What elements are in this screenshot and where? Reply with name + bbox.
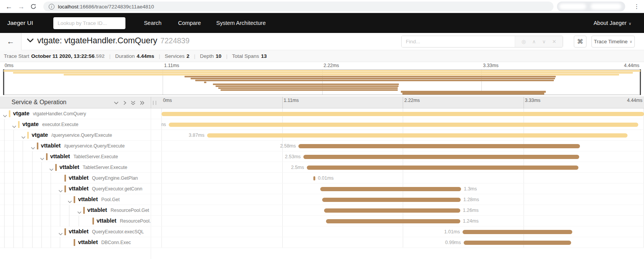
tree-indent-guide <box>13 151 14 162</box>
span-duration-bar[interactable] <box>326 219 460 223</box>
next-match-icon[interactable]: ∨ <box>542 39 546 44</box>
blur-blob <box>559 3 586 10</box>
span-tree-row[interactable]: vtgatevtgateHandler.ComQuery <box>0 108 151 119</box>
keyboard-shortcuts-button[interactable]: ⌘ <box>574 36 586 48</box>
service-color-bar <box>92 218 94 225</box>
span-tree-row[interactable]: vttabletQueryExecutor.getConn <box>0 184 151 194</box>
nav-item-system-architecture[interactable]: System Architecture <box>216 20 266 26</box>
span-duration-label: 1.26ms <box>463 208 479 213</box>
span-duration-bar[interactable] <box>303 155 580 159</box>
span-tree-row[interactable]: vttabletDBConn.Exec <box>0 237 151 248</box>
tree-indent-guide <box>23 226 23 237</box>
back-button[interactable]: ← <box>0 33 21 50</box>
span-duration-bar[interactable] <box>313 176 315 180</box>
about-jaeger-menu[interactable]: About Jaeger∨ <box>593 20 631 26</box>
minimap-left-handle[interactable] <box>3 69 4 95</box>
tree-indent-guide <box>4 237 5 248</box>
chevron-down-icon[interactable] <box>21 134 26 141</box>
tree-indent-guide <box>60 216 60 226</box>
tree-indent-guide <box>4 184 5 194</box>
tree-indent-guide <box>13 237 14 248</box>
span-duration-bar[interactable] <box>324 208 460 213</box>
trace-id-lookup-input[interactable] <box>53 17 125 29</box>
blurred-profile-area <box>557 2 625 11</box>
clear-find-icon[interactable]: ✕ <box>552 39 557 44</box>
span-operation-name: DBConn.Exec <box>101 240 131 245</box>
chevron-down-icon[interactable] <box>40 155 44 162</box>
total-spans-label: Total Spans <box>232 53 259 59</box>
span-duration-bar[interactable] <box>307 166 578 170</box>
service-color-bar <box>46 153 48 160</box>
tree-indent-guide <box>41 194 42 205</box>
browser-back-icon[interactable]: ← <box>3 0 15 13</box>
span-tree-row[interactable]: vttabletResourcePool.Get <box>0 205 151 216</box>
tree-indent-guide <box>13 162 14 173</box>
span-timeline-cell: 2.5ms <box>161 162 644 173</box>
service-color-bar <box>64 175 66 182</box>
tree-indent-guide <box>23 162 23 173</box>
expand-one-icon[interactable] <box>123 100 127 105</box>
minimap-right-handle[interactable] <box>640 69 641 95</box>
span-duration-label: 2.58ms <box>280 143 296 149</box>
span-duration-bar[interactable] <box>207 133 628 138</box>
column-resizer-handle[interactable] <box>153 101 156 105</box>
tree-indent-guide <box>13 216 14 226</box>
browser-forward-icon[interactable]: → <box>15 0 27 13</box>
tree-indent-guide <box>4 151 5 162</box>
chevron-down-icon[interactable] <box>49 166 54 173</box>
span-timeline-cell: 4.44ms <box>161 108 644 119</box>
browser-menu-icon[interactable]: ⋮ <box>631 0 642 13</box>
span-tree-row[interactable]: vttabletTabletServer.Execute <box>0 162 151 173</box>
span-duration-bar[interactable] <box>322 198 461 202</box>
chevron-down-icon[interactable] <box>3 112 7 119</box>
expand-all-icon[interactable] <box>140 100 145 105</box>
table-row: vttabletPool.Get 1.28ms <box>0 194 644 205</box>
chevron-down-icon[interactable] <box>12 123 16 130</box>
site-info-icon[interactable]: i <box>49 4 54 10</box>
collapse-trace-detail-icon[interactable] <box>27 38 34 44</box>
span-tree-row[interactable]: vttablet/queryservice.Query/Execute <box>0 141 151 151</box>
chevron-down-icon[interactable] <box>58 230 63 237</box>
chevron-down-icon[interactable] <box>68 198 72 205</box>
span-tree-row[interactable]: vttabletPool.Get <box>0 194 151 205</box>
jaeger-ui-brand[interactable]: Jaeger UI <box>7 20 33 26</box>
span-duration-label: 1.3ms <box>464 186 477 192</box>
trace-view-selector[interactable]: Trace Timeline∨ <box>591 36 635 48</box>
span-service-name: vttabletDBConn.Exec <box>78 239 131 245</box>
span-tree-row[interactable]: vttabletTabletServer.Execute <box>0 151 151 162</box>
find-input[interactable] <box>402 36 515 47</box>
tree-indent-guide <box>4 226 5 237</box>
span-duration-bar[interactable] <box>463 230 572 234</box>
span-service-name: vttablet/queryservice.Query/Execute <box>41 143 125 149</box>
tree-indent-guide <box>4 194 5 205</box>
span-tree-row[interactable]: vttabletQueryExecutor.execSQL <box>0 226 151 237</box>
duration-label: Duration <box>115 53 135 59</box>
focus-match-icon[interactable]: ◎ <box>522 39 526 44</box>
browser-reload-icon[interactable] <box>28 0 39 13</box>
span-duration-bar[interactable] <box>169 123 638 127</box>
span-tree-row[interactable]: vtgate/queryservice.Query/Execute <box>0 130 151 141</box>
span-duration-bar[interactable] <box>320 187 461 191</box>
table-row: vttabletTabletServer.Execute 2.53ms <box>0 151 644 162</box>
tree-indent-guide <box>13 173 14 184</box>
span-tree-row[interactable]: vttabletQueryEngine.GetPlan <box>0 173 151 184</box>
span-tree-row[interactable]: vttabletResourcePool.factory <box>0 216 151 226</box>
minimap-canvas[interactable] <box>3 69 641 95</box>
chevron-down-icon[interactable] <box>31 144 35 151</box>
table-row: vttablet/queryservice.Query/Execute 2.58… <box>0 141 644 151</box>
span-duration-bar[interactable] <box>298 144 580 148</box>
prev-match-icon[interactable]: ∧ <box>532 39 536 44</box>
nav-item-compare[interactable]: Compare <box>178 20 201 26</box>
url-bar[interactable]: i localhost:16686/trace/7224839c11ae4810 <box>43 2 553 11</box>
span-tree-row[interactable]: vtgateexecutor.Execute <box>0 119 151 130</box>
span-duration-bar[interactable] <box>464 241 572 245</box>
chevron-down-icon[interactable] <box>77 209 82 216</box>
span-service-name: vttabletQueryExecutor.getConn <box>69 185 142 192</box>
tree-indent-guide <box>32 216 33 226</box>
collapse-all-icon[interactable] <box>130 100 136 105</box>
time-tick-label: 0ms <box>5 63 13 68</box>
span-duration-bar[interactable] <box>161 112 644 116</box>
nav-item-search[interactable]: Search <box>144 20 161 26</box>
collapse-one-icon[interactable] <box>114 100 119 105</box>
chevron-down-icon[interactable] <box>58 187 63 194</box>
